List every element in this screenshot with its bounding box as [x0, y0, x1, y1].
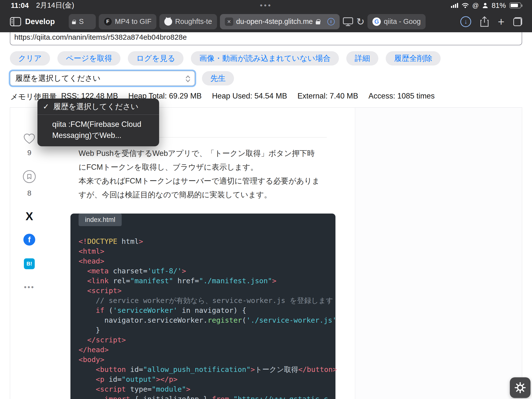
page-info-icon[interactable]: i	[327, 18, 335, 25]
memory-stat: Heap Used: 54.54 MB	[212, 92, 287, 102]
popup-option-qiita[interactable]: qiita :FCM(Firebase Cloud Messaging)でWeb…	[37, 115, 159, 146]
hatena-share-icon[interactable]: B!	[22, 258, 36, 269]
article-paragraph: Web Pushを受信するWebアプリで、「トークン取得」ボタン押下時 にFCM…	[79, 147, 320, 202]
safari-toolbar: Develop S F MP4 to GIF Roughfts-te ✕ du-…	[0, 11, 532, 32]
history-select-value: 履歴を選択してください	[15, 73, 100, 83]
address-url[interactable]: du-open-4step.glitch.me	[236, 17, 313, 26]
tab-label: qiita - Goog	[384, 17, 421, 26]
action-button-0[interactable]: クリア	[10, 51, 50, 66]
code-line: <link rel="manifest" href="./manifest.js…	[79, 276, 330, 286]
code-line: <head>	[79, 256, 330, 266]
action-button-3[interactable]: 画像・動画が読み込まれていない場合	[191, 51, 339, 66]
code-line: <script type="module">	[79, 384, 330, 394]
code-line: <script>	[79, 286, 330, 296]
close-favicon-icon: ✕	[225, 17, 233, 26]
code-block: index.html <!DOCTYPE html><html><head> <…	[70, 214, 335, 399]
responsive-design-icon[interactable]	[343, 17, 353, 26]
action-button-1[interactable]: ページを取得	[57, 51, 120, 66]
url-text-value: https://qiita.com/nanin/items/r5382a874e…	[14, 33, 522, 41]
share-icon[interactable]	[480, 16, 489, 27]
code-line: <meta charset='utf-8/'>	[79, 266, 330, 276]
check-icon: ✓	[43, 102, 49, 111]
like-count: 9	[22, 149, 36, 157]
tab-overview-icon[interactable]	[513, 17, 522, 26]
lock-icon	[72, 21, 76, 24]
focus-person-icon	[482, 2, 488, 8]
status-bar: 11:04 2月14日(金) ••• @ 81%	[0, 0, 532, 11]
github-icon	[164, 18, 172, 26]
tab-label: MP4 to GIF	[115, 17, 151, 26]
reload-icon[interactable]: ↻	[356, 17, 365, 27]
lock-icon	[316, 21, 320, 24]
sidebar-icon	[10, 17, 21, 26]
new-tab-icon[interactable]: +	[498, 16, 504, 27]
stock-count: 8	[22, 189, 36, 197]
stock-icon[interactable]	[22, 170, 36, 183]
code-line: <!DOCTYPE html>	[79, 236, 330, 246]
gear-icon	[515, 382, 526, 393]
code-filename-chip: index.html	[79, 214, 122, 226]
tab-partial-label: S	[79, 17, 84, 26]
code-line: import { initializeApp } from "https://w…	[79, 394, 330, 399]
code-line: <button id="allow_push_notification">トーク…	[79, 365, 330, 374]
tab-mp4-to-gif[interactable]: F MP4 to GIF	[99, 14, 156, 29]
code-line: <body>	[79, 355, 330, 365]
popup-option-selected[interactable]: ✓ 履歴を選択してください	[37, 99, 159, 115]
favicon-f-icon: F	[104, 17, 112, 26]
battery-percent: 81%	[492, 1, 506, 10]
action-button-2[interactable]: ログを見る	[128, 51, 183, 66]
settings-gear-button[interactable]	[510, 377, 531, 398]
like-heart-icon[interactable]	[22, 133, 36, 144]
action-button-4[interactable]: 詳細	[346, 51, 378, 66]
hotspot-at-icon: @	[472, 2, 479, 9]
history-select-row: 履歴を選択してください 先生	[10, 71, 234, 86]
code-line: navigator.serviceWorker.register('./serv…	[79, 315, 330, 325]
more-options-icon[interactable]: •••	[22, 283, 36, 291]
popup-option-label: 履歴を選択してください	[53, 101, 138, 112]
tab-label: Roughfts-te	[175, 17, 212, 26]
battery-icon	[509, 2, 521, 8]
date: 2月14日(金)	[36, 0, 74, 10]
article-container: 9 8 X f B! ••• Web Pushを受信するWebアプリで、「トーク…	[10, 107, 522, 399]
action-button-5[interactable]: 履歴全削除	[386, 51, 441, 66]
tab-partial[interactable]: S	[69, 14, 96, 29]
wifi-icon	[462, 2, 469, 8]
code-line: }	[79, 325, 330, 335]
develop-sidebar-button[interactable]: Develop	[10, 17, 55, 26]
code-line: if ('serviceWorker' in navigator) {	[79, 305, 330, 315]
facebook-share-icon[interactable]: f	[22, 234, 36, 246]
code-lines: <!DOCTYPE html><html><head> <meta charse…	[70, 226, 335, 399]
downloads-icon[interactable]: ↓	[460, 16, 471, 27]
chevron-up-down-icon	[185, 74, 191, 83]
code-line: </script>	[79, 335, 330, 345]
code-line: <p id="output"></p>	[79, 374, 330, 384]
tab-roughfts[interactable]: Roughfts-te	[159, 14, 217, 29]
sensei-button[interactable]: 先生	[202, 71, 234, 85]
tab-qiita-google[interactable]: G qiita - Goog	[367, 14, 426, 29]
memory-stat: Access: 1085 times	[368, 92, 435, 102]
code-line: <html>	[79, 246, 330, 256]
develop-menu-label[interactable]: Develop	[25, 17, 55, 26]
browser-chrome: 11:04 2月14日(金) ••• @ 81%	[0, 0, 532, 32]
code-line: </head>	[79, 345, 330, 355]
address-bar[interactable]: ✕ du-open-4step.glitch.me i	[220, 14, 340, 29]
x-share-icon[interactable]: X	[22, 210, 36, 223]
multitask-dots-icon[interactable]: •••	[260, 1, 272, 10]
article-right-sidebar-area	[355, 108, 522, 399]
history-dropdown-popup: ✓ 履歴を選択してください qiita :FCM(Firebase Cloud …	[37, 99, 159, 146]
memory-stat: External: 7.40 MB	[298, 92, 358, 102]
history-select[interactable]: 履歴を選択してください	[10, 71, 195, 86]
clock: 11:04	[11, 1, 29, 10]
action-buttons-row: クリアページを取得ログを見る画像・動画が読み込まれていない場合詳細履歴全削除	[10, 51, 441, 66]
code-line: // service workerが有効なら、service-worker.js…	[79, 296, 330, 305]
google-icon: G	[372, 17, 381, 26]
cellular-signal-icon	[451, 3, 458, 8]
